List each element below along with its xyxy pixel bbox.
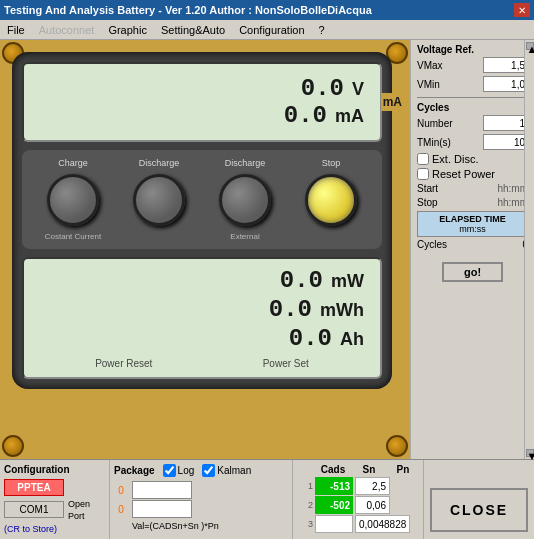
discharge1-label: Discharge (129, 158, 189, 168)
tmin-label: TMin(s) (417, 137, 457, 148)
right-panel: Voltage Ref. VMax VMin Cycles Number TMi… (410, 40, 534, 459)
discharge-button[interactable] (133, 174, 185, 226)
com1-button[interactable]: COM1 (4, 501, 64, 518)
voltage-unit: V (352, 79, 364, 100)
menu-autoconnet: Autoconnet (36, 23, 98, 37)
pkg-num-1: 0 (114, 481, 128, 499)
log-checkbox[interactable] (163, 464, 176, 477)
power-reset-label[interactable]: Power Reset (95, 358, 152, 369)
go-button[interactable]: go! (442, 262, 503, 282)
bottom-display: 0.0 mW 0.0 mWh 0.0 Ah Power Reset Power … (22, 257, 382, 379)
separator1 (417, 97, 528, 98)
number-label: Number (417, 118, 457, 129)
button-labels-row: Charge Discharge Discharge Stop (30, 158, 374, 168)
kalman-checkbox[interactable] (202, 464, 215, 477)
bolt-bottom-right (386, 435, 408, 457)
window-close-button[interactable]: ✕ (514, 3, 530, 17)
charge-button[interactable] (47, 174, 99, 226)
main-layout: 0.0 V 0.0 mA mA Charge Discharge Dischar… (0, 40, 534, 459)
start-row: Start hh:mm (417, 183, 528, 194)
pptea-button[interactable]: PPTEA (4, 479, 64, 496)
power-set-label[interactable]: Power Set (263, 358, 309, 369)
right-scrollbar[interactable]: ▲ ▼ (524, 40, 534, 459)
stop-label: Stop (417, 197, 457, 208)
charge-sub-label: Costant Current (33, 232, 113, 241)
elapsed-section: ELAPSED TIME mm:ss (417, 211, 528, 237)
reset-power-label: Reset Power (432, 168, 495, 180)
mmss-label: mm:ss (422, 224, 523, 234)
vmax-row: VMax (417, 57, 528, 73)
close-section: CLOSE (424, 460, 534, 539)
sn-cell-1: 2,5 (355, 477, 390, 495)
log-checkbox-label[interactable]: Log (163, 464, 195, 477)
elapsed-label: ELAPSED TIME (422, 214, 523, 224)
charge-ah-unit: Ah (340, 329, 364, 350)
cads-cell-3 (315, 515, 353, 533)
open-port-label: Open Port (68, 499, 90, 522)
cads-col-label: Cads (315, 464, 351, 475)
number-input[interactable] (483, 115, 528, 131)
energy-row: 0.0 mWh (40, 296, 364, 323)
menu-file[interactable]: File (4, 23, 28, 37)
menu-graphic[interactable]: Graphic (105, 23, 150, 37)
current-row: 0.0 mA (40, 102, 364, 129)
current-value: 0.0 (284, 102, 327, 129)
app-title: Testing And Analysis Battery - Ver 1.20 … (4, 4, 372, 16)
sn-col-label: Sn (353, 464, 385, 475)
instrument-panel: 0.0 V 0.0 mA mA Charge Discharge Dischar… (0, 40, 410, 459)
pkg-input-1[interactable] (132, 481, 192, 499)
pkg-num-2: 0 (114, 500, 128, 518)
pkg-input-2[interactable] (132, 500, 192, 518)
package-header: Package Log Kalman (114, 464, 288, 477)
menu-bar: File Autoconnet Graphic Setting&Auto Con… (0, 20, 534, 40)
data-row-3: 3 0,0048828 (297, 515, 419, 533)
charge-ah-value: 0.0 (289, 325, 332, 352)
vmax-input[interactable] (483, 57, 528, 73)
tmin-input[interactable] (483, 134, 528, 150)
charge-ah-row: 0.0 Ah (40, 325, 364, 352)
row-num-3: 3 (297, 519, 313, 529)
voltage-ref-label: Voltage Ref. (417, 44, 528, 55)
scroll-down-arrow[interactable]: ▼ (526, 449, 534, 457)
bottom-labels-row: Power Reset Power Set (40, 354, 364, 369)
number-row: Number (417, 115, 528, 131)
cycles-section-label: Cycles (417, 102, 528, 113)
title-bar: Testing And Analysis Battery - Ver 1.20 … (0, 0, 534, 20)
reset-power-checkbox[interactable] (417, 168, 429, 180)
stop-row: Stop hh:mm (417, 197, 528, 208)
row-num-2: 2 (297, 500, 313, 510)
ext-disc-checkbox[interactable] (417, 153, 429, 165)
vmax-label: VMax (417, 60, 457, 71)
kalman-checkbox-label[interactable]: Kalman (202, 464, 251, 477)
power-value: 0.0 (280, 267, 323, 294)
button-row (30, 174, 374, 226)
sn-cell-2: 0,06 (355, 496, 390, 514)
config-panel: Configuration PPTEA COM1 Open Port (CR t… (0, 460, 110, 539)
scroll-up-arrow[interactable]: ▲ (526, 42, 534, 50)
package-label: Package (114, 465, 155, 476)
menu-configuration[interactable]: Configuration (236, 23, 307, 37)
close-button[interactable]: CLOSE (430, 488, 528, 532)
config-label: Configuration (4, 464, 105, 475)
sub-labels-row: Costant Current External (30, 232, 374, 241)
buttons-section: Charge Discharge Discharge Stop Costant … (22, 150, 382, 249)
charge-label: Charge (43, 158, 103, 168)
cads-sn-section: Cads Sn Pn 1 -513 2,5 2 -502 0,06 3 0,00… (293, 460, 424, 539)
energy-value: 0.0 (269, 296, 312, 323)
voltage-value: 0.0 (301, 75, 344, 102)
bolt-bottom-left (2, 435, 24, 457)
vmin-input[interactable] (483, 76, 528, 92)
menu-help[interactable]: ? (316, 23, 328, 37)
ext-disc-row: Ext. Disc. (417, 153, 528, 165)
current-unit: mA (335, 106, 364, 127)
data-row-1: 1 -513 2,5 (297, 477, 419, 495)
menu-settingauto[interactable]: Setting&Auto (158, 23, 228, 37)
pkg-input-col: Val=(CADSn+Sn )*Pn (132, 481, 219, 531)
cycles-count-label: Cycles (417, 239, 457, 250)
cycles-value-row: Cycles 0 (417, 239, 528, 250)
vmin-row: VMin (417, 76, 528, 92)
cads-cell-1: -513 (315, 477, 353, 495)
discharge2-button[interactable] (219, 174, 271, 226)
energy-unit: mWh (320, 300, 364, 321)
stop-button[interactable] (305, 174, 357, 226)
